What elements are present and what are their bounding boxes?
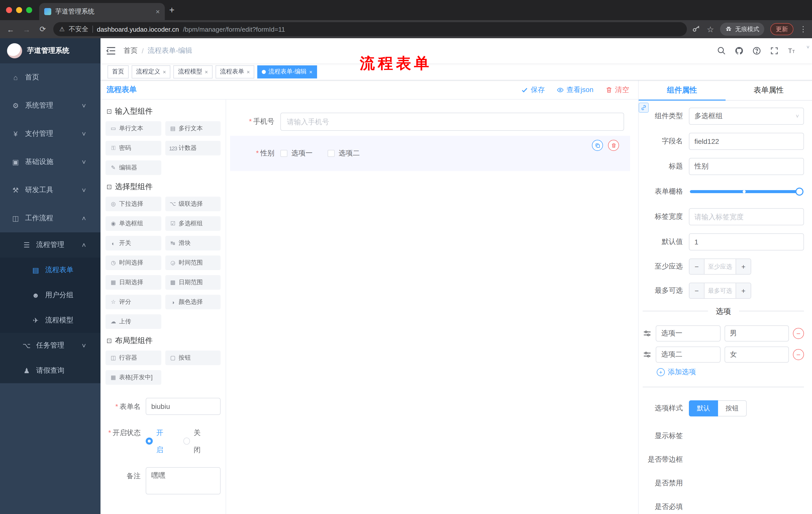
title-input[interactable]	[689, 158, 804, 175]
minus-button[interactable]	[689, 283, 704, 298]
font-size-icon[interactable]: TT	[787, 46, 796, 55]
sidebar-item-devtools[interactable]: 研发工具	[0, 176, 100, 204]
palette-chip-table[interactable]: 表格[开发中]	[106, 370, 161, 385]
plus-button[interactable]	[736, 259, 751, 274]
add-option-button[interactable]: 添加选项	[657, 368, 812, 377]
sidebar-item-process-form[interactable]: 流程表单	[0, 258, 100, 283]
clear-button[interactable]: 清空	[606, 85, 629, 94]
drag-handle-icon[interactable]	[643, 329, 652, 338]
tab-close-icon[interactable]	[156, 7, 160, 16]
option-2-value-input[interactable]	[724, 347, 789, 362]
sidebar-item-infrastructure[interactable]: 基础设施	[0, 148, 100, 176]
component-type-select[interactable]	[689, 108, 804, 125]
palette-chip-rate[interactable]: 评分	[106, 295, 161, 309]
sidebar-item-process-management[interactable]: 流程管理	[0, 232, 100, 258]
sidebar-item-leave-query[interactable]: 请假查询	[0, 358, 100, 383]
palette-chip-color-picker[interactable]: 颜色选择	[165, 295, 221, 309]
field-name-input[interactable]	[689, 133, 804, 150]
palette-chip-cascader[interactable]: 级联选择	[165, 197, 221, 211]
tab-form-props[interactable]: 表单属性	[725, 80, 812, 100]
palette-chip-single-line-text[interactable]: 单行文本	[106, 121, 161, 136]
phone-input[interactable]	[280, 113, 624, 131]
grid-slider[interactable]	[690, 190, 803, 193]
plus-button[interactable]	[736, 283, 751, 298]
palette-chip-upload[interactable]: 上传	[106, 314, 161, 329]
palette-chip-time-range[interactable]: 时间范围	[165, 255, 221, 270]
palette-chip-select[interactable]: 下拉选择	[106, 197, 161, 211]
sidebar-item-home[interactable]: 首页	[0, 63, 100, 91]
browser-tab[interactable]: 芋道管理系统	[39, 3, 165, 20]
palette-chip-multi-line-text[interactable]: 多行文本	[165, 121, 221, 136]
palette-chip-date-range[interactable]: 日期范围	[165, 275, 221, 290]
hamburger-icon[interactable]	[106, 45, 117, 56]
palette-chip-password[interactable]: 密码	[106, 141, 161, 155]
browser-update-button[interactable]: 更新	[770, 23, 793, 35]
drag-handle-icon[interactable]	[643, 350, 652, 359]
browser-menu-icon[interactable]	[800, 25, 807, 34]
field-phone[interactable]: 手机号	[230, 113, 630, 131]
palette-chip-checkbox-group[interactable]: 多选框组	[165, 216, 221, 231]
sidebar-item-payment[interactable]: 支付管理	[0, 120, 100, 148]
field-gender-selected[interactable]: 性别 选项一 选项二	[230, 136, 630, 171]
style-default-button[interactable]: 默认	[689, 400, 718, 416]
palette-chip-switch[interactable]: 开关	[106, 236, 161, 250]
sidebar-item-user-groups[interactable]: 用户分组	[0, 283, 100, 308]
tag-close-icon[interactable]	[247, 69, 250, 75]
remove-option-button[interactable]	[793, 349, 804, 360]
default-value-input[interactable]	[689, 233, 804, 250]
max-select-value[interactable]: 最多可选	[704, 283, 736, 298]
sidebar-item-process-model[interactable]: 流程模型	[0, 308, 100, 333]
search-icon[interactable]	[717, 46, 726, 55]
palette-chip-date-picker[interactable]: 日期选择	[106, 275, 161, 290]
tag-process-form-edit[interactable]: 流程表单-编辑	[258, 65, 317, 78]
fullscreen-icon[interactable]	[770, 46, 779, 55]
not-secure-icon[interactable]	[59, 26, 65, 33]
zoom-window-button[interactable]	[26, 7, 32, 13]
palette-chip-row-container[interactable]: 行容器	[106, 351, 161, 365]
option-1-label-input[interactable]	[656, 325, 720, 342]
tag-process-form[interactable]: 流程表单	[215, 65, 255, 78]
minus-button[interactable]	[689, 259, 704, 274]
option-1-value-input[interactable]	[724, 325, 789, 342]
new-tab-button[interactable]	[165, 3, 179, 17]
checkbox-icon[interactable]	[280, 150, 287, 157]
reload-button[interactable]	[37, 25, 48, 34]
style-button-button[interactable]: 按钮	[718, 400, 747, 416]
gender-option-2[interactable]: 选项二	[328, 149, 360, 158]
tag-close-icon[interactable]	[163, 69, 166, 75]
tag-home[interactable]: 首页	[108, 65, 128, 78]
min-select-value[interactable]: 至少应选	[704, 259, 736, 274]
remove-option-button[interactable]	[793, 328, 804, 339]
palette-chip-slider[interactable]: 滑块	[165, 236, 221, 250]
password-key-icon[interactable]	[692, 25, 701, 34]
label-width-input[interactable]	[689, 208, 804, 225]
help-icon[interactable]	[752, 46, 761, 55]
gender-option-1[interactable]: 选项一	[280, 149, 313, 158]
checkbox-icon[interactable]	[328, 150, 335, 157]
link-badge[interactable]	[639, 103, 649, 113]
status-on-radio[interactable]: 开启	[146, 424, 170, 458]
sidebar-item-task-management[interactable]: 任务管理	[0, 333, 100, 358]
sidebar-logo[interactable]: 芋道管理系统	[0, 38, 100, 63]
form-name-input[interactable]	[146, 398, 221, 415]
palette-chip-button[interactable]: 按钮	[165, 351, 221, 365]
save-button[interactable]: 保存	[521, 85, 545, 94]
slider-handle[interactable]	[796, 188, 804, 196]
tag-close-icon[interactable]	[205, 69, 208, 75]
tag-close-icon[interactable]	[309, 69, 313, 75]
view-json-button[interactable]: 查看json	[557, 85, 593, 94]
tag-process-model[interactable]: 流程模型	[174, 65, 212, 78]
palette-chip-time-picker[interactable]: 时间选择	[106, 255, 161, 270]
breadcrumb-home[interactable]: 首页	[124, 46, 138, 55]
option-2-label-input[interactable]	[656, 347, 720, 362]
github-icon[interactable]	[735, 46, 744, 55]
forward-button[interactable]	[21, 25, 32, 33]
palette-chip-editor[interactable]: 编辑器	[106, 160, 161, 175]
tab-component-props[interactable]: 组件属性	[639, 80, 725, 100]
delete-field-button[interactable]	[608, 140, 619, 151]
tag-process-definition[interactable]: 流程定义	[132, 65, 171, 78]
address-bar[interactable]: 不安全 dashboard.yudao.iocoder.cn/bpm/manag…	[53, 22, 687, 36]
minimize-window-button[interactable]	[16, 7, 22, 13]
close-window-button[interactable]	[6, 7, 12, 13]
back-button[interactable]	[5, 25, 16, 33]
